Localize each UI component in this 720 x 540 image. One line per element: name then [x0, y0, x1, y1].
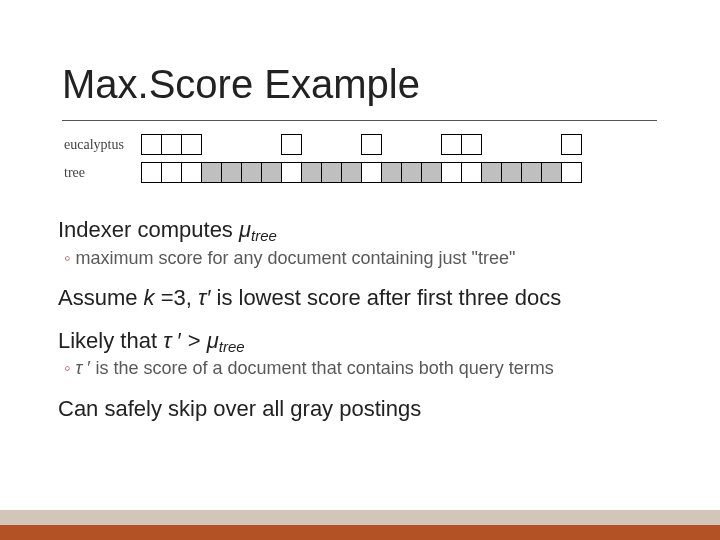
posting-gray — [401, 162, 422, 183]
posting-diagram: eucalyptustree — [64, 134, 582, 190]
text: ′ > — [171, 328, 206, 353]
sub-2: ◦τ ′ is the score of a document that con… — [64, 357, 668, 380]
text: Assume k =3, τ′ is lowest score after fi… — [58, 285, 561, 310]
term-label: eucalyptus — [64, 137, 141, 153]
sub-1: ◦maximum score for any document containi… — [64, 247, 668, 270]
line-1: Indexer computes μtree — [58, 216, 668, 245]
bullet-icon: ◦ — [64, 358, 70, 378]
posting-gray — [341, 162, 362, 183]
posting-box — [561, 134, 582, 155]
posting-gap — [321, 134, 342, 155]
footer-band-dark — [0, 525, 720, 540]
posting-gray — [201, 162, 222, 183]
posting-gray — [321, 162, 342, 183]
posting-gray — [221, 162, 242, 183]
posting-box — [281, 162, 302, 183]
posting-box — [561, 162, 582, 183]
posting-box — [441, 134, 462, 155]
text: Indexer computes — [58, 217, 239, 242]
posting-gap — [421, 134, 442, 155]
posting-box — [281, 134, 302, 155]
slide: Max.Score Example eucalyptustree Indexer… — [0, 0, 720, 540]
posting-box — [461, 134, 482, 155]
posting-box — [141, 162, 162, 183]
posting-gray — [421, 162, 442, 183]
posting-box — [361, 162, 382, 183]
posting-gray — [521, 162, 542, 183]
subscript-tree: tree — [251, 227, 277, 244]
text: τ ′ is the score of a document that cont… — [75, 358, 553, 378]
posting-box — [461, 162, 482, 183]
posting-gap — [401, 134, 422, 155]
posting-gap — [381, 134, 402, 155]
posting-gray — [241, 162, 262, 183]
posting-box — [161, 134, 182, 155]
posting-box — [181, 162, 202, 183]
mu: μ — [207, 328, 219, 353]
bullet-icon: ◦ — [64, 248, 70, 268]
posting-gray — [381, 162, 402, 183]
posting-gap — [501, 134, 522, 155]
posting-box — [161, 162, 182, 183]
posting-gray — [501, 162, 522, 183]
posting-box — [181, 134, 202, 155]
line-3: Likely that τ ′ > μtree — [58, 327, 668, 356]
posting-gap — [241, 134, 262, 155]
line-4: Can safely skip over all gray postings — [58, 395, 668, 424]
footer — [0, 510, 720, 540]
posting-gap — [341, 134, 362, 155]
posting-gray — [481, 162, 502, 183]
posting-box — [361, 134, 382, 155]
posting-gray — [301, 162, 322, 183]
posting-gap — [261, 134, 282, 155]
mu: μ — [239, 217, 251, 242]
term-label: tree — [64, 165, 141, 181]
subscript-tree: tree — [219, 338, 245, 355]
line-2: Assume k =3, τ′ is lowest score after fi… — [58, 284, 668, 313]
posting-gap — [481, 134, 502, 155]
posting-gap — [521, 134, 542, 155]
title-rule — [62, 120, 657, 121]
slide-title: Max.Score Example — [62, 62, 420, 107]
posting-gap — [201, 134, 222, 155]
body-content: Indexer computes μtree ◦maximum score fo… — [58, 216, 668, 425]
posting-gap — [541, 134, 562, 155]
posting-box — [141, 134, 162, 155]
posting-gray — [261, 162, 282, 183]
text: Likely that — [58, 328, 163, 353]
posting-gray — [541, 162, 562, 183]
posting-gap — [221, 134, 242, 155]
posting-gap — [301, 134, 322, 155]
posting-box — [441, 162, 462, 183]
text: maximum score for any document containin… — [75, 248, 515, 268]
